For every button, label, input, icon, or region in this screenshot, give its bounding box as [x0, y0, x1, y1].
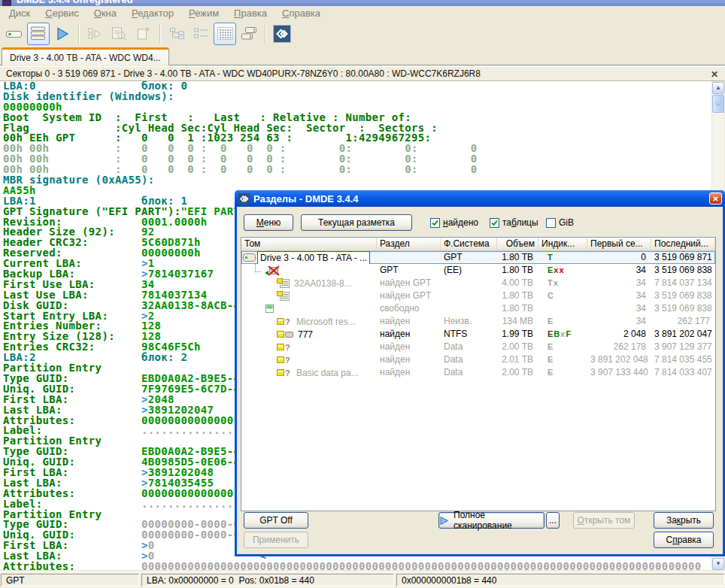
checkbox-box[interactable]	[546, 218, 556, 228]
dmde-logo-icon[interactable]	[271, 23, 293, 45]
size-cell: 4.00 TB	[497, 277, 538, 289]
table-row[interactable]: ?найденData2.00 TBE262 1783 907 129 377	[241, 341, 715, 353]
toolbar-separator	[159, 24, 161, 44]
tab-drive-3[interactable]: Drive 3 - 4.00 TB - ATA - WDC WD4...	[2, 47, 169, 65]
size-cell: 1.80 TB	[497, 302, 538, 315]
checkbox-found[interactable]: найдено	[430, 217, 478, 228]
filesystem-cell: Data	[441, 353, 497, 366]
last-sector-cell: 262 177	[651, 315, 715, 328]
volume-cell	[241, 289, 377, 302]
apply-button: Применить	[244, 532, 308, 548]
dialog-titlebar[interactable]: Разделы - DMDE 3.4.4 ✕	[235, 190, 725, 207]
gpt-table-icon	[277, 291, 290, 301]
first-sector-cell: 34	[587, 277, 651, 289]
volume-cell: ?Basic data pa...	[241, 366, 377, 379]
full-scan-button[interactable]: Полное сканирование	[438, 512, 545, 529]
first-sector-cell: 262 178	[587, 341, 651, 353]
editor-line: Attributes: 0000000000000000000000000000…	[3, 562, 711, 570]
menu-сервис[interactable]: Сервис	[38, 7, 86, 20]
table-row[interactable]: GPT(EE)1.80 TBExx343 519 069 838	[241, 264, 715, 277]
filesystem-cell: (EE)	[441, 264, 497, 277]
hex-view-icon[interactable]	[214, 23, 236, 45]
size-cell: 2.01 TB	[497, 353, 538, 366]
size-cell: 134 MB	[497, 315, 538, 328]
apply-icon	[84, 23, 107, 45]
menu-правка[interactable]: Правка	[226, 7, 275, 20]
column-header[interactable]: Раздел	[377, 238, 441, 250]
close-button[interactable]: Закрыть	[654, 512, 714, 529]
table-row[interactable]: 777найденNTFS1.99 TBEBxF2 0483 891 202 0…	[241, 328, 715, 341]
menu-окна[interactable]: Окна	[86, 7, 124, 20]
partition-cell: найден	[377, 366, 441, 379]
volume-label: Basic data pa...	[294, 367, 361, 379]
scroll-down-icon[interactable]: ▼	[712, 558, 724, 570]
partition-cell: найден	[377, 315, 441, 328]
indicators-cell: Tx	[538, 277, 587, 289]
size-cell: 2.00 TB	[497, 366, 538, 379]
column-header[interactable]: Том	[241, 238, 377, 250]
checkbox-label: таблицы	[502, 217, 538, 228]
checkbox-gib[interactable]: GiB	[546, 217, 574, 228]
first-sector-cell: 34	[587, 289, 651, 302]
partition-cell: GPT	[377, 264, 441, 277]
dialog-title: Разделы - DMDE 3.4.4	[253, 193, 359, 205]
free-space-icon	[265, 305, 274, 313]
first-sector-cell: 34	[587, 264, 651, 277]
table-row[interactable]: свободно1.80 TB343 519 069 838	[241, 302, 715, 315]
indicators-cell: Exx	[538, 264, 587, 277]
indicators-cell: E	[538, 353, 587, 366]
checkbox-label: GiB	[559, 217, 574, 228]
checkbox-label: найдено	[443, 217, 478, 228]
scroll-up-icon[interactable]: ▲	[712, 82, 724, 94]
dialog-close-button[interactable]: ✕	[709, 192, 722, 205]
last-sector-cell: 3 891 202 047	[651, 328, 715, 341]
scroll-thumb[interactable]	[712, 95, 724, 113]
column-header[interactable]: Ф.Система	[441, 238, 497, 250]
partition-cell: найден	[377, 353, 441, 366]
statusbar: GPTLBA: 0x00000000 = 0 Pos: 0x01b8 = 440…	[0, 571, 725, 588]
layout-button[interactable]: Текущая разметка	[301, 214, 412, 231]
column-header[interactable]: Первый се...	[587, 238, 651, 250]
menu-справка[interactable]: Справка	[275, 7, 328, 20]
partition-question-icon: ?	[277, 368, 292, 377]
editor-line: Disk identifier (Windows):	[3, 92, 711, 102]
volumes-icon[interactable]	[27, 23, 50, 45]
open-disk-icon[interactable]	[3, 23, 26, 45]
tab-strip: Drive 3 - 4.00 TB - ATA - WDC WD4...	[0, 47, 725, 65]
column-header[interactable]: Последний...	[651, 238, 715, 250]
volume-cell	[241, 264, 377, 277]
menu-button[interactable]: Меню	[244, 214, 293, 231]
column-header[interactable]: Индик...	[538, 238, 587, 250]
pane-close-icon[interactable]: ✕	[708, 68, 720, 80]
partition-cell: найден GPT	[377, 289, 441, 302]
table-row[interactable]: ?Basic data pa...найденData2.00 TBE3 907…	[241, 366, 715, 379]
checkbox-box[interactable]	[430, 218, 440, 228]
table-row[interactable]: 32AA0138-8...найден GPT4.00 TBTx347 814 …	[241, 277, 715, 289]
table-row[interactable]: найден GPT1.80 TBC343 519 069 838	[241, 289, 715, 302]
indicators-cell: EBxF	[538, 328, 587, 341]
indicators-cell: E	[538, 315, 587, 328]
menu-режим[interactable]: Режим	[181, 7, 226, 20]
cascade-windows-icon[interactable]	[238, 23, 260, 45]
indicators-cell: T	[538, 251, 587, 264]
gpt-off-button[interactable]: GPT Off	[244, 512, 308, 529]
run-icon[interactable]	[51, 23, 74, 45]
partition-cell	[377, 251, 441, 264]
menu-редактор[interactable]: Редактор	[124, 7, 181, 20]
menu-диск[interactable]: Диск	[2, 7, 38, 20]
more-button[interactable]: ...	[546, 512, 560, 529]
partition-question-icon: ?	[277, 355, 292, 365]
last-sector-cell: 7 814 033 407	[651, 366, 715, 379]
last-sector-cell: 7 814 037 134	[651, 277, 715, 289]
new-scan-icon	[132, 23, 155, 45]
column-header[interactable]: Объем	[497, 238, 538, 250]
checkbox-box[interactable]	[490, 218, 499, 228]
table-row[interactable]: Drive 3 - 4.00 TB - ATA - ...GPT1.80 TBT…	[241, 251, 715, 264]
checkbox-tables[interactable]: таблицы	[490, 217, 538, 228]
table-row[interactable]: ?найденData2.01 TBE3 891 202 0487 814 03…	[241, 353, 715, 366]
last-sector-cell: 3 519 069 871	[651, 251, 715, 264]
help-button[interactable]: Справка	[654, 532, 714, 548]
svg-text:?: ?	[285, 368, 290, 377]
table-row[interactable]: ?Microsoft res...найденНеизв.134 MBE3426…	[241, 315, 715, 328]
partitions-dialog: Разделы - DMDE 3.4.4 ✕ ТомРазделФ.Систем…	[235, 190, 725, 556]
